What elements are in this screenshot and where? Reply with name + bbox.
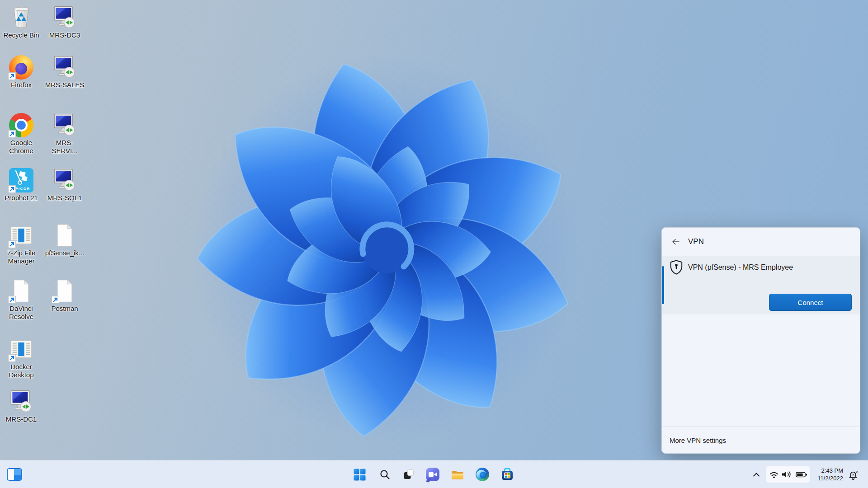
- desktop-icon-label: Prophet 21: [0, 194, 42, 202]
- hand-truck-icon: [13, 170, 29, 185]
- desktop-icon-label: MRS-DC1: [0, 415, 42, 423]
- shortcut-arrow-icon: [8, 185, 16, 193]
- taskbar-file-explorer-button[interactable]: [448, 465, 467, 483]
- desktop-icon-label: Firefox: [0, 81, 42, 89]
- svg-text:z: z: [852, 473, 854, 477]
- prophet21-icon: EPICOR: [9, 168, 33, 192]
- taskbar: 2:43 PM 11/2/2022 z z: [0, 460, 868, 488]
- desktop-icon-mrs-dc3[interactable]: MRS-DC3: [43, 5, 86, 39]
- desktop-icon-google-chrome[interactable]: Google Chrome: [0, 113, 42, 155]
- desktop-icon-label: MRS-SQL1: [43, 194, 86, 202]
- desktop-icon-7zip[interactable]: 7-Zip File Manager: [0, 223, 42, 265]
- taskbar-store-button[interactable]: [498, 465, 516, 483]
- chrome-icon: [9, 113, 33, 137]
- start-icon: [354, 469, 366, 481]
- edge-icon: [476, 468, 489, 481]
- file-manager-window-icon: [9, 337, 33, 361]
- desktop-icon-recycle-bin[interactable]: Recycle Bin: [0, 5, 42, 39]
- svg-text:z: z: [856, 470, 858, 473]
- desktop-icon-label: Postman: [43, 305, 86, 313]
- desktop-icon-label: Recycle Bin: [0, 31, 42, 39]
- taskbar-edge-button[interactable]: [473, 465, 491, 483]
- rdp-monitor-icon: [52, 113, 77, 137]
- desktop-icon-label: MRS-DC3: [43, 31, 86, 39]
- tray-chevron-button[interactable]: [750, 465, 763, 483]
- desktop-icon-label: Google Chrome: [0, 139, 42, 155]
- desktop-icon-label: Docker Desktop: [0, 363, 42, 379]
- desktop-icon-label: DaVinci Resolve: [0, 305, 42, 321]
- taskbar-task-view-button[interactable]: [400, 465, 418, 483]
- document-icon: [9, 279, 33, 303]
- shortcut-arrow-icon: [52, 296, 59, 304]
- notification-bell-icon: z z: [848, 469, 859, 481]
- file-explorer-icon: [451, 469, 464, 480]
- desktop-icon-postman[interactable]: Postman: [43, 279, 86, 313]
- chevron-up-icon: [753, 472, 760, 477]
- taskbar-widgets-button[interactable]: [5, 465, 24, 483]
- desktop-icon-mrs-sql1[interactable]: MRS-SQL1: [43, 168, 86, 202]
- desktop-icon-mrs-dc1[interactable]: MRS-DC1: [0, 389, 42, 423]
- search-icon: [379, 469, 390, 480]
- tray-date: 11/2/2022: [817, 474, 843, 482]
- tray-quick-settings-button[interactable]: [766, 466, 810, 483]
- shortcut-arrow-icon: [8, 72, 16, 80]
- bloom-wallpaper: [151, 50, 622, 447]
- more-vpn-settings-label: More VPN settings: [670, 436, 726, 444]
- desktop-icon-label: 7-Zip File Manager: [0, 249, 42, 265]
- tray-time: 2:43 PM: [817, 467, 843, 474]
- rdp-monitor-icon: [52, 55, 77, 80]
- vpn-panel-header: VPN: [662, 228, 860, 256]
- taskbar-start-button[interactable]: [350, 465, 368, 483]
- vpn-flyout-panel: VPN VPN (pfSense) - MRS Employee Connect…: [661, 227, 860, 454]
- document-icon: [52, 223, 77, 248]
- file-manager-window-icon: [9, 223, 33, 248]
- vpn-connection-name: VPN (pfSense) - MRS Employee: [688, 263, 793, 272]
- desktop-icon-label: MRS-SERVI...: [43, 139, 86, 155]
- desktop-icon-pfsense-file[interactable]: pfSense_ik...: [43, 223, 86, 257]
- vpn-back-button[interactable]: [667, 234, 684, 249]
- desktop-icon-mrs-sales[interactable]: MRS-SALES: [43, 55, 86, 89]
- desktop-icon-label: MRS-SALES: [43, 81, 86, 89]
- chat-icon: [426, 468, 439, 481]
- store-icon: [500, 468, 514, 481]
- shortcut-arrow-icon: [8, 354, 16, 362]
- desktop-icon-davinci-resolve[interactable]: DaVinci Resolve: [0, 279, 42, 321]
- taskbar-chat-button[interactable]: [424, 465, 442, 483]
- shortcut-arrow-icon: [8, 130, 16, 138]
- vpn-shield-icon: [669, 259, 684, 276]
- desktop-icon-docker-desktop[interactable]: Docker Desktop: [0, 337, 42, 379]
- rdp-monitor-icon: [9, 389, 33, 414]
- battery-icon: [796, 471, 807, 478]
- desktop-icon-label: pfSense_ik...: [43, 249, 86, 257]
- desktop-icon-firefox[interactable]: Firefox: [0, 55, 42, 89]
- back-arrow-icon: [671, 238, 680, 245]
- document-icon: [52, 279, 77, 303]
- vpn-connection-card: VPN (pfSense) - MRS Employee Connect: [662, 256, 860, 314]
- wifi-icon: [769, 471, 779, 479]
- vpn-selection-accent-bar: [662, 266, 664, 304]
- shortcut-arrow-icon: [8, 240, 16, 248]
- more-vpn-settings-link[interactable]: More VPN settings: [662, 427, 860, 453]
- desktop-icon-prophet21[interactable]: EPICOR Prophet 21: [0, 168, 42, 202]
- shortcut-arrow-icon: [8, 296, 16, 304]
- widgets-icon: [7, 468, 22, 481]
- volume-icon: [782, 470, 793, 479]
- rdp-monitor-icon: [52, 168, 77, 192]
- recycle-bin-icon: [9, 5, 33, 30]
- connect-button[interactable]: Connect: [769, 294, 852, 311]
- task-view-icon: [403, 469, 415, 480]
- taskbar-search-button[interactable]: [376, 465, 394, 483]
- firefox-icon: [9, 55, 33, 80]
- vpn-panel-title: VPN: [688, 237, 704, 246]
- tray-notification-button[interactable]: z z: [846, 469, 860, 481]
- vpn-connection-row[interactable]: VPN (pfSense) - MRS Employee: [669, 259, 853, 276]
- rdp-monitor-icon: [52, 5, 77, 30]
- tray-clock[interactable]: 2:43 PM 11/2/2022: [817, 467, 843, 482]
- desktop-icon-mrs-servi[interactable]: MRS-SERVI...: [43, 113, 86, 155]
